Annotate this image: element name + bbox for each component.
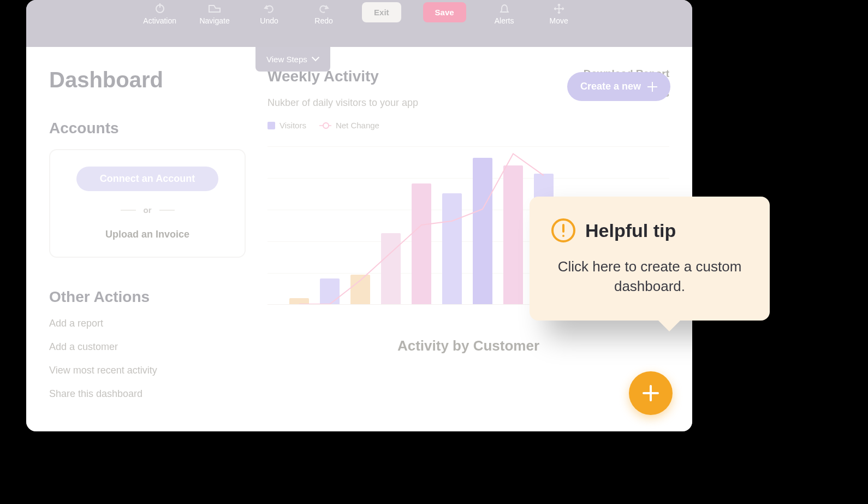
toolbar-label: Activation [143, 16, 176, 25]
create-new-button[interactable]: Create a new [567, 72, 670, 101]
accounts-title: Accounts [49, 120, 246, 137]
toolbar-undo[interactable]: Undo [253, 0, 286, 25]
action-view-recent[interactable]: View most recent activity [49, 365, 246, 376]
toolbar-redo[interactable]: Redo [307, 0, 340, 25]
toolbar-label: Move [550, 16, 568, 25]
legend-label: Visitors [280, 121, 306, 130]
save-button[interactable]: Save [423, 2, 466, 22]
activation-icon [151, 3, 169, 14]
toolbar-alerts[interactable]: Alerts [488, 0, 521, 25]
chart-bar [473, 158, 492, 304]
toolbar-label: Redo [314, 16, 332, 25]
activity-customer-title: Activity by Customer [267, 337, 669, 354]
accounts-box: Connect an Account or Upload an Invoice [49, 149, 246, 258]
toolbar-label: Alerts [495, 16, 514, 25]
add-fab-button[interactable] [629, 371, 673, 415]
chart-subtitle: Nukber of daily visitors to your app [267, 97, 418, 109]
toolbar-activation[interactable]: Activation [143, 0, 176, 25]
create-new-label: Create a new [580, 81, 641, 92]
other-actions-title: Other Actions [49, 288, 246, 306]
toolbar-navigate[interactable]: Navigate [198, 0, 231, 25]
exit-button[interactable]: Exit [362, 2, 401, 22]
action-add-customer[interactable]: Add a customer [49, 341, 246, 353]
chevron-down-icon [313, 56, 319, 63]
chart-legend: Visitors Net Change [267, 121, 418, 130]
chart-bar [412, 183, 431, 304]
or-divider: or [121, 205, 175, 215]
toolbar-label: Undo [260, 16, 278, 25]
sidebar: Dashboard Accounts Connect an Account or… [49, 68, 246, 400]
legend-square-icon [267, 122, 275, 129]
chart-bar [442, 193, 462, 304]
chart-bar [320, 278, 340, 304]
alerts-icon [496, 3, 513, 14]
legend-net-change: Net Change [319, 121, 379, 130]
chart-bar [381, 233, 401, 305]
action-list: Add a report Add a customer View most re… [49, 318, 246, 400]
chart-bar [503, 165, 523, 304]
toolbar-move[interactable]: Move [543, 0, 575, 25]
connect-account-button[interactable]: Connect an Account [76, 167, 218, 191]
legend-line-icon [319, 125, 331, 126]
view-steps-label: View Steps [266, 55, 307, 64]
redo-icon [315, 3, 332, 14]
tooltip-title: Helpful tip [585, 220, 676, 241]
legend-visitors: Visitors [267, 121, 306, 130]
chart-bar [350, 275, 370, 304]
legend-label: Net Change [336, 121, 379, 130]
chart-bar [289, 298, 309, 304]
plus-icon [647, 82, 657, 92]
navigate-icon [206, 3, 223, 14]
upload-invoice-link[interactable]: Upload an Invoice [105, 229, 189, 240]
move-icon [550, 3, 568, 14]
page-title: Dashboard [49, 68, 246, 92]
plus-icon [643, 385, 659, 401]
toolbar-label: Navigate [199, 16, 229, 25]
action-share-dashboard[interactable]: Share this dashboard [49, 388, 246, 400]
tooltip-body: Click here to create a custom dashboard. [551, 257, 748, 297]
alert-circle-icon [551, 218, 575, 242]
view-steps-dropdown[interactable]: View Steps [255, 47, 330, 72]
helpful-tip-tooltip: Helpful tip Click here to create a custo… [530, 197, 770, 321]
action-add-report[interactable]: Add a report [49, 318, 246, 329]
top-toolbar: Activation Navigate Undo Redo Exit Save [26, 0, 692, 47]
undo-icon [260, 3, 278, 14]
